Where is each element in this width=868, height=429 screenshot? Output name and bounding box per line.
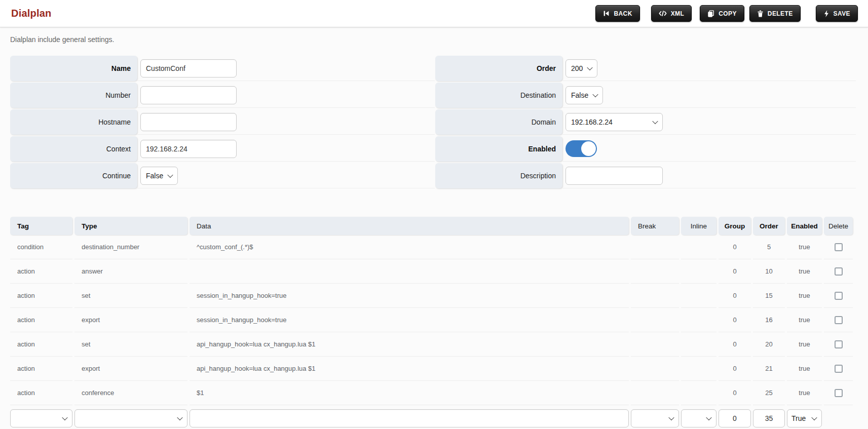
description-input[interactable] (565, 167, 663, 185)
cell-group: 0 (719, 235, 751, 259)
number-input[interactable] (140, 86, 237, 104)
new-type-select[interactable] (74, 409, 187, 427)
form-row-number: Number (10, 83, 435, 108)
cell-data: session_in_hangup_hook=true (190, 284, 629, 308)
cell-type: conference (74, 381, 187, 405)
delete-checkbox[interactable] (835, 243, 843, 251)
xml-button[interactable]: XML (651, 5, 692, 22)
back-button[interactable]: BACK (595, 5, 639, 22)
context-input[interactable] (140, 140, 237, 158)
cell-type: export (74, 357, 187, 381)
new-enabled-select[interactable]: True (787, 409, 822, 427)
delete-checkbox[interactable] (835, 389, 843, 397)
description-label: Description (435, 163, 562, 188)
delete-checkbox[interactable] (835, 292, 843, 300)
cell-data: api_hangup_hook=lua cx_hangup.lua $1 (190, 332, 629, 357)
cell-group: 0 (719, 259, 751, 284)
new-group-input[interactable] (719, 409, 751, 427)
copy-icon (707, 10, 714, 17)
column-header-order: Order (753, 217, 785, 235)
cell-data: session_in_hangup_hook=true (190, 308, 629, 332)
copy-button[interactable]: COPY (700, 5, 744, 22)
cell-group: 0 (719, 332, 751, 357)
column-header-inline: Inline (681, 217, 716, 235)
cell-tag: action (10, 357, 72, 381)
column-header-delete: Delete (824, 217, 853, 235)
cell-enabled: true (787, 259, 822, 284)
cell-type: answer (74, 259, 187, 284)
order-select-value: 200 (571, 64, 583, 72)
cell-tag: action (10, 381, 72, 405)
form-row-hostname: Hostname (10, 109, 435, 135)
cell-tag: action (10, 308, 72, 332)
cell-type: set (74, 332, 187, 357)
enabled-toggle[interactable] (565, 140, 597, 157)
cell-order: 21 (753, 357, 785, 381)
cell-order: 25 (753, 381, 785, 405)
save-button[interactable]: SAVE (816, 5, 858, 22)
name-input[interactable] (140, 59, 237, 77)
domain-select-value: 192.168.2.24 (571, 118, 613, 126)
new-data-input[interactable] (190, 409, 629, 427)
column-header-enabled: Enabled (787, 217, 822, 235)
cell-order: 16 (753, 308, 785, 332)
cell-delete (824, 259, 853, 284)
number-label: Number (10, 83, 137, 108)
table-body: condition destination_number ^custom_con… (10, 235, 868, 405)
cell-enabled: true (787, 381, 822, 405)
new-tag-select[interactable] (10, 409, 72, 427)
order-select[interactable]: 200 (565, 59, 597, 77)
cell-inline (681, 284, 716, 308)
new-inline-select[interactable] (681, 409, 716, 427)
cell-enabled: true (787, 235, 822, 259)
column-header-group: Group (719, 217, 751, 235)
delete-checkbox[interactable] (835, 267, 843, 276)
cell-enabled: true (787, 357, 822, 381)
form-row-enabled: Enabled (435, 136, 856, 162)
table-row: action export session_in_hangup_hook=tru… (10, 308, 868, 332)
xml-button-label: XML (671, 10, 685, 17)
form-column-right: Order 200 Destination False Domain 192.1… (435, 56, 856, 190)
destination-select[interactable]: False (565, 86, 603, 104)
domain-label: Domain (435, 109, 562, 135)
continue-select[interactable]: False (140, 167, 178, 185)
code-icon (659, 10, 667, 17)
cell-group: 0 (719, 381, 751, 405)
delete-checkbox[interactable] (835, 316, 843, 324)
cell-inline (681, 381, 716, 405)
toolbar: BACK XML COPY DELETE SAVE (595, 5, 858, 22)
delete-checkbox[interactable] (835, 340, 843, 348)
destination-label: Destination (435, 83, 562, 108)
column-header-type: Type (74, 217, 187, 235)
domain-select[interactable]: 192.168.2.24 (565, 113, 663, 131)
hostname-label: Hostname (10, 109, 137, 135)
cell-break (631, 308, 679, 332)
cell-data (190, 259, 629, 284)
delete-button[interactable]: DELETE (749, 5, 801, 22)
cell-group: 0 (719, 357, 751, 381)
cell-delete (824, 381, 853, 405)
cell-enabled: true (787, 332, 822, 357)
page-description: Dialplan include general settings. (10, 35, 868, 44)
continue-label: Continue (10, 163, 137, 188)
cell-type: set (74, 284, 187, 308)
cell-inline (681, 357, 716, 381)
delete-button-label: DELETE (768, 10, 793, 17)
cell-order: 5 (753, 235, 785, 259)
cell-inline (681, 332, 716, 357)
cell-delete (824, 284, 853, 308)
cell-enabled: true (787, 284, 822, 308)
delete-checkbox[interactable] (835, 365, 843, 373)
order-label: Order (435, 56, 562, 81)
header-bar: Dialplan BACK XML COPY DELETE (0, 0, 868, 27)
cell-break (631, 381, 679, 405)
hostname-input[interactable] (140, 113, 237, 131)
table-row: action set session_in_hangup_hook=true 0… (10, 284, 868, 308)
new-order-input[interactable] (753, 409, 785, 427)
destination-select-value: False (571, 91, 588, 99)
skip-back-icon (603, 10, 610, 17)
column-header-break: Break (631, 217, 679, 235)
new-break-select[interactable] (631, 409, 679, 427)
form-row-order: Order 200 (435, 56, 856, 81)
table-row: action export api_hangup_hook=lua cx_han… (10, 357, 868, 381)
